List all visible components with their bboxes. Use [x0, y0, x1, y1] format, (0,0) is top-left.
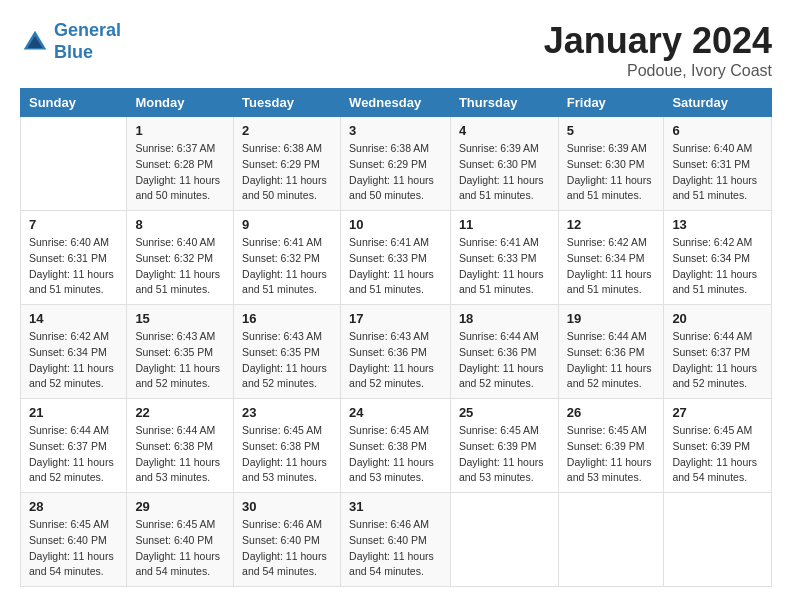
day-number: 28 [29, 499, 118, 514]
calendar-cell: 3Sunrise: 6:38 AMSunset: 6:29 PMDaylight… [341, 117, 451, 211]
calendar-table: SundayMondayTuesdayWednesdayThursdayFrid… [20, 88, 772, 587]
calendar-cell: 25Sunrise: 6:45 AMSunset: 6:39 PMDayligh… [450, 399, 558, 493]
calendar-cell [450, 493, 558, 587]
day-number: 14 [29, 311, 118, 326]
day-info: Sunrise: 6:44 AMSunset: 6:38 PMDaylight:… [135, 423, 225, 486]
day-info: Sunrise: 6:37 AMSunset: 6:28 PMDaylight:… [135, 141, 225, 204]
calendar-cell: 7Sunrise: 6:40 AMSunset: 6:31 PMDaylight… [21, 211, 127, 305]
week-row-3: 14Sunrise: 6:42 AMSunset: 6:34 PMDayligh… [21, 305, 772, 399]
day-info: Sunrise: 6:46 AMSunset: 6:40 PMDaylight:… [349, 517, 442, 580]
day-number: 21 [29, 405, 118, 420]
day-number: 29 [135, 499, 225, 514]
day-info: Sunrise: 6:46 AMSunset: 6:40 PMDaylight:… [242, 517, 332, 580]
day-number: 15 [135, 311, 225, 326]
day-info: Sunrise: 6:45 AMSunset: 6:40 PMDaylight:… [29, 517, 118, 580]
calendar-cell: 4Sunrise: 6:39 AMSunset: 6:30 PMDaylight… [450, 117, 558, 211]
day-info: Sunrise: 6:45 AMSunset: 6:39 PMDaylight:… [567, 423, 656, 486]
header-tuesday: Tuesday [234, 89, 341, 117]
week-row-1: 1Sunrise: 6:37 AMSunset: 6:28 PMDaylight… [21, 117, 772, 211]
day-number: 23 [242, 405, 332, 420]
day-info: Sunrise: 6:43 AMSunset: 6:35 PMDaylight:… [135, 329, 225, 392]
calendar-cell [664, 493, 772, 587]
day-number: 9 [242, 217, 332, 232]
day-info: Sunrise: 6:42 AMSunset: 6:34 PMDaylight:… [29, 329, 118, 392]
day-info: Sunrise: 6:40 AMSunset: 6:32 PMDaylight:… [135, 235, 225, 298]
day-info: Sunrise: 6:45 AMSunset: 6:40 PMDaylight:… [135, 517, 225, 580]
header-monday: Monday [127, 89, 234, 117]
day-number: 16 [242, 311, 332, 326]
day-info: Sunrise: 6:39 AMSunset: 6:30 PMDaylight:… [459, 141, 550, 204]
title-block: January 2024 Podoue, Ivory Coast [544, 20, 772, 80]
day-info: Sunrise: 6:43 AMSunset: 6:35 PMDaylight:… [242, 329, 332, 392]
day-number: 19 [567, 311, 656, 326]
day-number: 11 [459, 217, 550, 232]
day-info: Sunrise: 6:40 AMSunset: 6:31 PMDaylight:… [29, 235, 118, 298]
calendar-cell: 14Sunrise: 6:42 AMSunset: 6:34 PMDayligh… [21, 305, 127, 399]
page-subtitle: Podoue, Ivory Coast [544, 62, 772, 80]
day-number: 7 [29, 217, 118, 232]
day-number: 8 [135, 217, 225, 232]
calendar-cell: 17Sunrise: 6:43 AMSunset: 6:36 PMDayligh… [341, 305, 451, 399]
header-thursday: Thursday [450, 89, 558, 117]
calendar-cell: 26Sunrise: 6:45 AMSunset: 6:39 PMDayligh… [558, 399, 664, 493]
day-info: Sunrise: 6:45 AMSunset: 6:38 PMDaylight:… [349, 423, 442, 486]
page-title: January 2024 [544, 20, 772, 62]
calendar-cell: 15Sunrise: 6:43 AMSunset: 6:35 PMDayligh… [127, 305, 234, 399]
header-sunday: Sunday [21, 89, 127, 117]
day-info: Sunrise: 6:45 AMSunset: 6:39 PMDaylight:… [459, 423, 550, 486]
calendar-cell: 11Sunrise: 6:41 AMSunset: 6:33 PMDayligh… [450, 211, 558, 305]
week-row-2: 7Sunrise: 6:40 AMSunset: 6:31 PMDaylight… [21, 211, 772, 305]
day-info: Sunrise: 6:42 AMSunset: 6:34 PMDaylight:… [567, 235, 656, 298]
calendar-cell: 31Sunrise: 6:46 AMSunset: 6:40 PMDayligh… [341, 493, 451, 587]
logo-line2: Blue [54, 42, 93, 62]
calendar-cell [558, 493, 664, 587]
logo-text: General Blue [54, 20, 121, 63]
calendar-cell: 24Sunrise: 6:45 AMSunset: 6:38 PMDayligh… [341, 399, 451, 493]
header-saturday: Saturday [664, 89, 772, 117]
day-number: 31 [349, 499, 442, 514]
page-header: General Blue January 2024 Podoue, Ivory … [20, 20, 772, 80]
calendar-cell: 30Sunrise: 6:46 AMSunset: 6:40 PMDayligh… [234, 493, 341, 587]
calendar-cell: 12Sunrise: 6:42 AMSunset: 6:34 PMDayligh… [558, 211, 664, 305]
day-info: Sunrise: 6:44 AMSunset: 6:37 PMDaylight:… [29, 423, 118, 486]
day-number: 17 [349, 311, 442, 326]
calendar-cell: 5Sunrise: 6:39 AMSunset: 6:30 PMDaylight… [558, 117, 664, 211]
calendar-cell: 6Sunrise: 6:40 AMSunset: 6:31 PMDaylight… [664, 117, 772, 211]
day-number: 6 [672, 123, 763, 138]
calendar-header-row: SundayMondayTuesdayWednesdayThursdayFrid… [21, 89, 772, 117]
calendar-cell: 23Sunrise: 6:45 AMSunset: 6:38 PMDayligh… [234, 399, 341, 493]
day-number: 30 [242, 499, 332, 514]
calendar-cell: 19Sunrise: 6:44 AMSunset: 6:36 PMDayligh… [558, 305, 664, 399]
calendar-cell: 18Sunrise: 6:44 AMSunset: 6:36 PMDayligh… [450, 305, 558, 399]
day-number: 5 [567, 123, 656, 138]
day-info: Sunrise: 6:43 AMSunset: 6:36 PMDaylight:… [349, 329, 442, 392]
calendar-cell [21, 117, 127, 211]
calendar-cell: 28Sunrise: 6:45 AMSunset: 6:40 PMDayligh… [21, 493, 127, 587]
calendar-cell: 29Sunrise: 6:45 AMSunset: 6:40 PMDayligh… [127, 493, 234, 587]
calendar-cell: 16Sunrise: 6:43 AMSunset: 6:35 PMDayligh… [234, 305, 341, 399]
day-number: 2 [242, 123, 332, 138]
week-row-5: 28Sunrise: 6:45 AMSunset: 6:40 PMDayligh… [21, 493, 772, 587]
logo-line1: General [54, 20, 121, 40]
day-info: Sunrise: 6:45 AMSunset: 6:38 PMDaylight:… [242, 423, 332, 486]
day-number: 12 [567, 217, 656, 232]
day-info: Sunrise: 6:42 AMSunset: 6:34 PMDaylight:… [672, 235, 763, 298]
day-number: 1 [135, 123, 225, 138]
day-info: Sunrise: 6:40 AMSunset: 6:31 PMDaylight:… [672, 141, 763, 204]
day-number: 22 [135, 405, 225, 420]
calendar-cell: 13Sunrise: 6:42 AMSunset: 6:34 PMDayligh… [664, 211, 772, 305]
header-friday: Friday [558, 89, 664, 117]
calendar-cell: 1Sunrise: 6:37 AMSunset: 6:28 PMDaylight… [127, 117, 234, 211]
day-info: Sunrise: 6:44 AMSunset: 6:36 PMDaylight:… [567, 329, 656, 392]
day-number: 24 [349, 405, 442, 420]
week-row-4: 21Sunrise: 6:44 AMSunset: 6:37 PMDayligh… [21, 399, 772, 493]
day-info: Sunrise: 6:41 AMSunset: 6:33 PMDaylight:… [459, 235, 550, 298]
day-number: 25 [459, 405, 550, 420]
day-number: 27 [672, 405, 763, 420]
day-info: Sunrise: 6:38 AMSunset: 6:29 PMDaylight:… [242, 141, 332, 204]
day-info: Sunrise: 6:39 AMSunset: 6:30 PMDaylight:… [567, 141, 656, 204]
day-info: Sunrise: 6:44 AMSunset: 6:36 PMDaylight:… [459, 329, 550, 392]
calendar-cell: 2Sunrise: 6:38 AMSunset: 6:29 PMDaylight… [234, 117, 341, 211]
day-number: 18 [459, 311, 550, 326]
calendar-cell: 20Sunrise: 6:44 AMSunset: 6:37 PMDayligh… [664, 305, 772, 399]
